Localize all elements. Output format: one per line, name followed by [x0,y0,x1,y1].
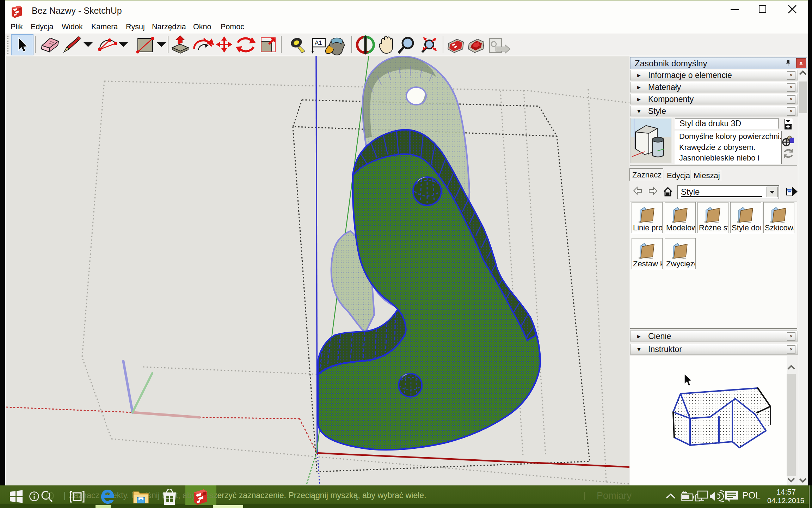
svg-text:A1: A1 [315,40,322,46]
